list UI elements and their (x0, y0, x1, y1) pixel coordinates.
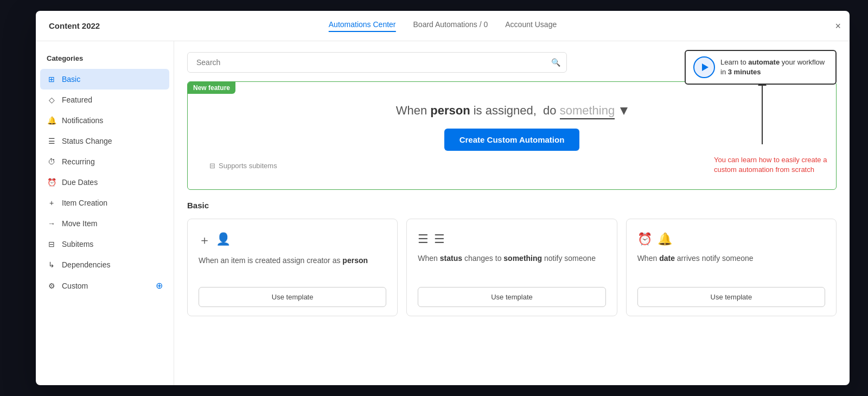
clock-icon: ⏰ (637, 232, 652, 246)
custom-label: Custom (62, 282, 150, 290)
item-creation-icon: + (47, 198, 56, 208)
subitems-label: Subitems (62, 240, 163, 248)
tab-account-usage[interactable]: Account Usage (505, 20, 557, 32)
use-template-button-2[interactable]: Use template (418, 287, 605, 307)
table-icon-1: ☰ (418, 232, 429, 246)
automation-sentence: When person is assigned, do something (396, 104, 628, 118)
basic-icon: ⊞ (47, 74, 56, 84)
new-feature-badge: New feature (188, 82, 235, 94)
featured-icon: ◇ (47, 95, 56, 105)
template-card-2: ☰ ☰ When status changes to something not… (406, 219, 617, 316)
video-text: Learn to automate your workflow in 3 min… (720, 58, 828, 77)
sidebar-item-custom[interactable]: ⚙ Custom ⊕ (36, 275, 174, 296)
use-template-button-1[interactable]: Use template (199, 287, 386, 307)
search-input[interactable] (187, 52, 567, 73)
sidebar-item-subitems[interactable]: ⊟ Subitems (36, 234, 174, 254)
template-cards-row: ＋ 👤 When an item is created assign creat… (187, 219, 837, 316)
modal-overlay: Content 2022 Automations Center Board Au… (0, 0, 868, 396)
notifications-icon: 🔔 (47, 116, 56, 125)
custom-icon: ⚙ (47, 281, 56, 291)
sidebar-item-status-change[interactable]: ☰ Status Change (36, 131, 174, 151)
modal-title: Content 2022 (49, 21, 100, 30)
play-button[interactable] (693, 56, 715, 78)
sidebar-item-basic[interactable]: ⊞ Basic (40, 69, 169, 90)
subitems-supports-label: ⊟ Supports subitems (209, 162, 277, 170)
left-nav: Categories ⊞ Basic ◇ Featured 🔔 Notifica… (36, 41, 174, 385)
move-item-icon: → (47, 219, 56, 228)
sidebar-item-dependencies[interactable]: ↳ Dependencies (36, 254, 174, 275)
card-2-icons: ☰ ☰ (418, 232, 605, 246)
person-icon: 👤 (216, 232, 231, 248)
recurring-icon: ⏱ (47, 157, 56, 167)
notifications-label: Notifications (62, 116, 163, 125)
sidebar-item-recurring[interactable]: ⏱ Recurring (36, 151, 174, 172)
due-dates-label: Due Dates (62, 178, 163, 187)
recurring-label: Recurring (62, 157, 163, 166)
use-template-button-3[interactable]: Use template (637, 287, 825, 307)
move-item-label: Move Item (62, 219, 163, 228)
custom-add-icon[interactable]: ⊕ (156, 280, 163, 291)
subitems-icon: ⊟ (209, 162, 215, 170)
dependencies-icon: ↳ (47, 260, 56, 270)
categories-title: Categories (36, 50, 174, 69)
modal-tabs: Automations Center Board Automations / 0… (329, 20, 557, 32)
play-icon (702, 63, 709, 71)
card-1-description: When an item is created assign creator a… (199, 255, 386, 280)
new-feature-content: When person is assigned, do something Cr… (188, 82, 836, 181)
due-dates-icon: ⏰ (47, 177, 56, 187)
close-button[interactable]: × (835, 20, 841, 31)
main-content: 🔍 Learn to automate your workflow in 3 m… (174, 41, 850, 385)
featured-label: Featured (62, 95, 163, 104)
basic-section-label: Basic (187, 201, 837, 210)
basic-label: Basic (62, 75, 163, 84)
video-tooltip-box[interactable]: Learn to automate your workflow in 3 min… (685, 50, 837, 85)
svg-marker-0 (620, 107, 628, 115)
create-custom-automation-button[interactable]: Create Custom Automation (444, 129, 580, 151)
sidebar-item-item-creation[interactable]: + Item Creation (36, 193, 174, 213)
template-card-1: ＋ 👤 When an item is created assign creat… (187, 219, 398, 316)
sidebar-item-move-item[interactable]: → Move Item (36, 213, 174, 234)
new-feature-section: New feature When person is assigned, do … (187, 81, 837, 190)
modal-body: Categories ⊞ Basic ◇ Featured 🔔 Notifica… (36, 41, 850, 385)
card-3-description: When date arrives notify someone (637, 253, 825, 280)
dependencies-label: Dependencies (62, 260, 163, 269)
sidebar-item-featured[interactable]: ◇ Featured (36, 90, 174, 110)
item-creation-label: Item Creation (62, 199, 163, 207)
card-3-icons: ⏰ 🔔 (637, 232, 825, 246)
sidebar-item-notifications[interactable]: 🔔 Notifications (36, 110, 174, 131)
status-label: Status Change (62, 137, 163, 145)
tab-automations-center[interactable]: Automations Center (329, 20, 396, 32)
modal-header: Content 2022 Automations Center Board Au… (36, 11, 850, 41)
main-modal: Content 2022 Automations Center Board Au… (36, 11, 850, 385)
template-card-3: ⏰ 🔔 When date arrives notify someone Use… (626, 219, 837, 316)
subitems-icon: ⊟ (47, 239, 56, 249)
tab-board-automations[interactable]: Board Automations / 0 (413, 20, 488, 32)
card-1-icons: ＋ 👤 (199, 232, 386, 248)
plus-icon: ＋ (199, 232, 210, 248)
bell-icon: 🔔 (658, 232, 672, 246)
card-2-description: When status changes to something notify … (418, 253, 605, 280)
status-icon: ☰ (47, 136, 56, 146)
sidebar-item-due-dates[interactable]: ⏰ Due Dates (36, 172, 174, 193)
search-icon: 🔍 (551, 58, 560, 67)
search-box: 🔍 (187, 52, 567, 73)
table-icon-2: ☰ (434, 232, 445, 246)
